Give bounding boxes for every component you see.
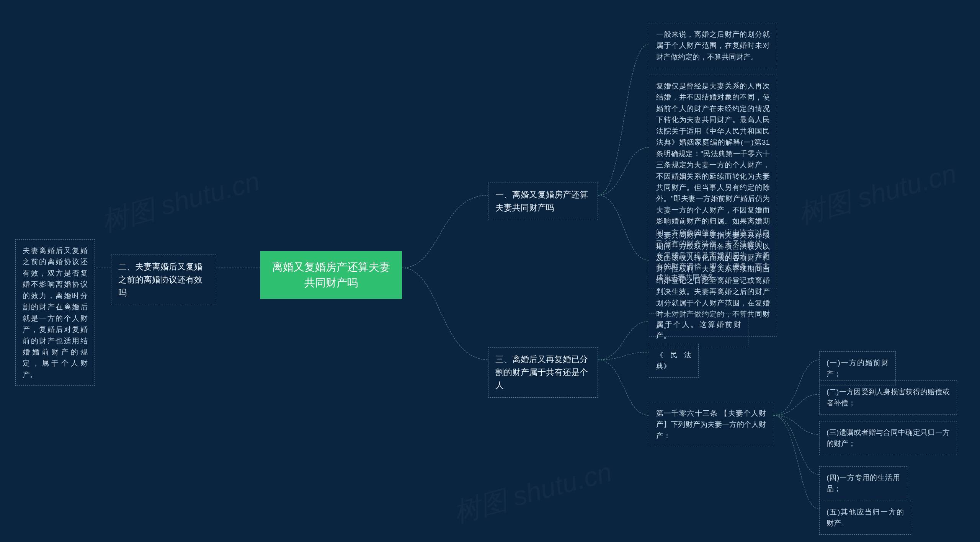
root-node[interactable]: 离婚又复婚房产还算夫妻共同财产吗: [260, 251, 402, 299]
branch-2-leaf-1: 夫妻离婚后又复婚之前的离婚协议还有效，双方是否复婚不影响离婚协议的效力，离婚时分…: [15, 239, 95, 386]
branch-1[interactable]: 一、离婚又复婚房产还算夫妻共同财产吗: [488, 183, 598, 220]
branch-3[interactable]: 三、离婚后又再复婚已分割的财产属于共有还是个人: [488, 347, 598, 398]
branch-3-leaf-3[interactable]: 第一千零六十三条 【夫妻个人财产】下列财产为夫妻一方的个人财产：: [649, 402, 773, 447]
watermark: 树图 shutu.cn: [794, 156, 960, 233]
branch-3-leaf-2: 《民法典》: [649, 344, 699, 378]
item-2: (二)一方因受到人身损害获得的赔偿或者补偿；: [819, 380, 957, 415]
item-4: (四)一方专用的生活用品；: [819, 466, 907, 500]
watermark: 树图 shutu.cn: [450, 454, 616, 531]
branch-2[interactable]: 二、夫妻离婚后又复婚之前的离婚协议还有效吗: [111, 255, 216, 305]
item-3: (三)遗嘱或者赠与合同中确定只归一方的财产；: [819, 421, 957, 455]
branch-3-leaf-1: 属于个人。这算婚前财产。: [649, 313, 748, 347]
item-5: (五)其他应当归一方的财产。: [819, 501, 911, 535]
branch-1-leaf-1: 一般来说，离婚之后财产的划分就属于个人财产范围，在复婚时未对财产做约定的，不算共…: [649, 23, 777, 68]
watermark: 树图 shutu.cn: [98, 163, 264, 240]
